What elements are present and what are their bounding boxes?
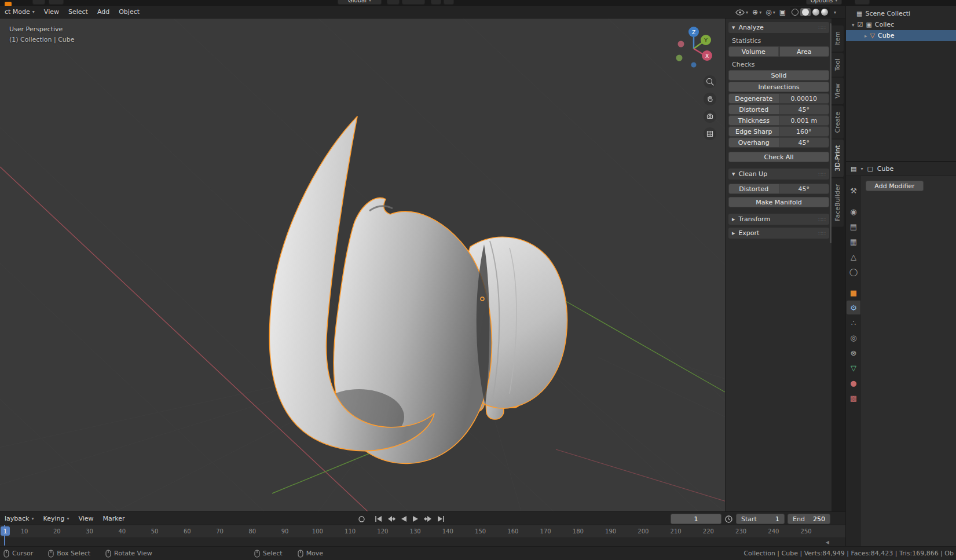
check-button[interactable]: Thickness (729, 116, 779, 125)
jump-to-start-button[interactable] (374, 515, 383, 522)
properties-tab-particles[interactable]: ∴ (847, 316, 860, 330)
timeline-marker-menu[interactable]: Marker (98, 512, 130, 525)
timeline-view-menu[interactable]: View (74, 512, 98, 525)
blender-logo-icon[interactable] (5, 2, 12, 6)
check-intersections-button[interactable]: Intersections (728, 82, 829, 92)
pan-hand-button[interactable] (704, 93, 716, 105)
check-solid-button[interactable]: Solid (728, 70, 829, 80)
next-keyframe-button[interactable] (423, 515, 433, 522)
gizmos-toggle[interactable]: ⊕ ▾ (752, 8, 761, 16)
properties-tab-texture[interactable]: ▩ (847, 391, 860, 405)
outliner-row-collection[interactable]: ▾ ☑ ▣ Collec (846, 19, 956, 30)
properties-tab-world[interactable]: ◯ (847, 265, 860, 279)
sidebar-tab-3d-print[interactable]: 3D-Print (832, 140, 844, 177)
panel-header-clean-up[interactable]: ▼ Clean Up ∷∷ (728, 169, 829, 180)
visibility-eye-dropdown[interactable]: ▾ (735, 9, 748, 16)
shading-wireframe-button[interactable] (792, 9, 799, 16)
shading-dropdown[interactable]: ▾ (834, 10, 836, 15)
jump-to-end-button[interactable] (437, 515, 445, 522)
sidebar-tab-facebuilder[interactable]: FaceBuilder (832, 178, 844, 227)
proportional-edit-icon[interactable] (431, 0, 441, 5)
tree-expand-icon[interactable]: ▾ (852, 22, 855, 28)
shading-material-button[interactable] (812, 9, 819, 16)
orthographic-toggle-button[interactable] (704, 127, 716, 140)
playhead-frame-badge[interactable]: 1 (1, 526, 10, 536)
panel-header-transform[interactable]: ▶ Transform ∷∷ (728, 214, 829, 225)
drag-grip-icon[interactable]: ∷∷ (819, 25, 826, 31)
play-button[interactable] (412, 515, 419, 522)
panel-header-analyze[interactable]: ▼ Analyze ∷∷ (728, 22, 829, 33)
current-frame-field[interactable]: 1 (671, 514, 721, 524)
cleanup-value-field[interactable]: 45° (779, 184, 829, 193)
end-frame-field[interactable]: End 250 (787, 514, 830, 524)
drag-grip-icon[interactable]: ∷∷ (819, 171, 826, 177)
menu-view[interactable]: View (39, 6, 64, 18)
chevron-down-icon[interactable]: ▾ (860, 166, 863, 171)
drag-grip-icon[interactable]: ∷∷ (819, 217, 826, 222)
gizmo-neg-x-axis[interactable] (678, 41, 684, 47)
properties-tab-output[interactable]: ▤ (847, 219, 860, 233)
check-value-field[interactable]: 160° (779, 127, 829, 136)
properties-tab-material[interactable]: ● (847, 376, 860, 390)
check-button[interactable]: Overhang (729, 138, 779, 147)
snapping-dropdown[interactable] (402, 0, 425, 5)
start-frame-field[interactable]: Start 1 (736, 514, 785, 524)
properties-tab-active-tool[interactable]: ⚒ (847, 184, 860, 197)
3d-viewport[interactable]: User Perspective (1) Collection | Cube Z… (0, 19, 832, 511)
workspace-tab-clipped[interactable] (32, 0, 45, 5)
add-modifier-button[interactable]: Add Modifier (866, 181, 924, 191)
check-button[interactable]: Edge Sharp (729, 127, 779, 136)
properties-tab-modifiers[interactable]: ⚙ (847, 301, 860, 314)
proportional-falloff-icon[interactable] (444, 0, 454, 5)
properties-tab-object-data[interactable]: ▽ (847, 361, 860, 375)
check-value-field[interactable]: 45° (779, 105, 829, 114)
outliner-row-scene-collection[interactable]: ▦ Scene Collecti (846, 8, 956, 19)
properties-tab-view-layer[interactable]: ▦ (847, 235, 860, 248)
properties-tab-physics[interactable]: ◎ (847, 331, 860, 345)
play-reverse-button[interactable] (400, 515, 408, 522)
gizmo-neg-z-axis[interactable] (691, 63, 697, 68)
object-mode-dropdown[interactable]: ct Mode ▾ (0, 6, 39, 18)
check-value-field[interactable]: 0.00010 (779, 94, 829, 103)
shading-rendered-button[interactable] (821, 9, 828, 16)
xray-toggle[interactable]: ▣ (779, 8, 786, 16)
outliner-row-cube[interactable]: ▸ ▽ Cube (846, 30, 956, 41)
check-button[interactable]: Distorted (729, 105, 779, 114)
zoom-button[interactable] (704, 75, 716, 88)
workspace-tab-clipped[interactable] (49, 0, 64, 5)
cleanup-button[interactable]: Distorted (729, 184, 779, 193)
menu-select[interactable]: Select (64, 6, 93, 18)
properties-tab-scene[interactable]: △ (847, 250, 860, 263)
shading-solid-button[interactable] (802, 9, 809, 16)
area-button[interactable]: Area (779, 46, 830, 57)
mesh-object[interactable] (269, 116, 567, 463)
options-dropdown[interactable]: Options ▾ (806, 0, 842, 5)
menu-object[interactable]: Object (114, 6, 144, 18)
volume-button[interactable]: Volume (728, 46, 779, 57)
playback-menu[interactable]: layback ▾ (0, 512, 38, 525)
sidebar-tab-view[interactable]: View (832, 78, 844, 104)
properties-tab-render[interactable]: ◉ (847, 204, 860, 218)
properties-tab-constraints[interactable]: ⊗ (847, 346, 860, 360)
overlays-toggle[interactable]: ◎ ▾ (765, 8, 775, 16)
sidebar-tab-tool[interactable]: Tool (832, 53, 844, 76)
gizmo-neg-y-axis[interactable] (676, 55, 683, 61)
panel-header-export[interactable]: ▶ Export ∷∷ (728, 228, 829, 239)
auto-keying-button[interactable] (358, 515, 365, 523)
timeline-ruler[interactable]: 1020304050607080901001101201301401501601… (0, 525, 845, 538)
check-value-field[interactable]: 45° (779, 138, 829, 147)
use-preview-range-button[interactable] (724, 515, 733, 524)
camera-view-button[interactable] (704, 110, 716, 123)
check-button[interactable]: Degenerate (729, 94, 779, 103)
snap-magnet-icon[interactable] (387, 0, 400, 5)
check-value-field[interactable]: 0.001 m (779, 116, 829, 125)
menu-add[interactable]: Add (93, 6, 114, 18)
prev-keyframe-button[interactable] (387, 515, 396, 522)
timeline-scroll-arrow[interactable]: ◀ (826, 540, 829, 545)
timeline-track[interactable]: ◀ (0, 538, 845, 546)
transform-orientation-dropdown[interactable]: Global ▾ (338, 0, 382, 5)
collection-checkbox[interactable]: ☑ (858, 21, 863, 28)
drag-grip-icon[interactable]: ∷∷ (819, 230, 826, 236)
properties-tab-object[interactable]: ■ (847, 286, 860, 299)
editor-menu-clipped[interactable] (855, 0, 870, 5)
